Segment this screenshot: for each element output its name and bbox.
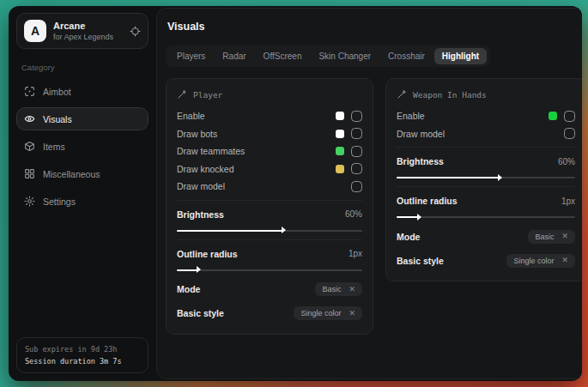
slider-row: Outline radius1px bbox=[177, 245, 362, 263]
slider-track[interactable] bbox=[397, 177, 575, 178]
remove-tag-icon[interactable]: ✕ bbox=[561, 257, 568, 264]
setting-label: Basic style bbox=[397, 256, 444, 266]
setting-label: Enable bbox=[397, 111, 425, 121]
checkbox[interactable] bbox=[351, 111, 362, 122]
tag-label: Single color bbox=[513, 257, 554, 265]
slider-label: Brightness bbox=[397, 156, 444, 166]
color-swatch[interactable] bbox=[336, 130, 344, 138]
wand-icon bbox=[177, 89, 187, 100]
slider-track[interactable] bbox=[177, 230, 362, 232]
toggle-controls bbox=[549, 111, 575, 122]
setting-row-mode: ModeBasic✕ bbox=[177, 279, 362, 300]
color-swatch[interactable] bbox=[336, 147, 344, 155]
tag-basic[interactable]: Basic✕ bbox=[528, 230, 575, 244]
slider-thumb[interactable] bbox=[498, 174, 502, 181]
viewfinder-icon bbox=[24, 86, 35, 97]
slider-value: 60% bbox=[345, 209, 362, 219]
checkbox[interactable] bbox=[351, 146, 362, 157]
setting-row-draw-teammates: Draw teammates bbox=[177, 142, 362, 160]
app-title: Arcane bbox=[53, 21, 123, 31]
tab-radar[interactable]: Radar bbox=[215, 48, 253, 64]
setting-row-basic-style: Basic styleSingle color✕ bbox=[397, 250, 575, 271]
slider-label: Outline radius bbox=[397, 196, 458, 206]
sidebar-item-miscellaneous[interactable]: Miscellaneous bbox=[16, 162, 149, 185]
toggle-controls bbox=[336, 128, 362, 139]
slider-thumb[interactable] bbox=[197, 266, 201, 273]
color-swatch[interactable] bbox=[336, 112, 344, 120]
slider-row: Brightness60% bbox=[177, 206, 362, 223]
setting-row-draw-bots: Draw bots bbox=[177, 125, 362, 143]
sidebar-item-label: Aimbot bbox=[43, 87, 71, 97]
setting-label: Enable bbox=[177, 111, 205, 121]
slider-track[interactable] bbox=[397, 216, 575, 218]
tab-crosshair[interactable]: Crosshair bbox=[380, 48, 433, 64]
tab-players[interactable]: Players bbox=[169, 48, 213, 64]
session-info-card: Sub expires in 9d 23h Session duration 3… bbox=[16, 337, 149, 373]
slider-track[interactable] bbox=[177, 269, 362, 271]
card-weapon-in-hands: Weapon In HandsEnableDraw modelBrightnes… bbox=[385, 78, 582, 281]
tag-basic[interactable]: Basic✕ bbox=[315, 282, 362, 296]
checkbox[interactable] bbox=[351, 181, 362, 192]
eye-icon bbox=[24, 113, 35, 124]
checkbox[interactable] bbox=[564, 111, 575, 122]
checkbox[interactable] bbox=[351, 128, 362, 139]
brand-text: Arcane for Apex Legends bbox=[53, 21, 123, 41]
sidebar-item-items[interactable]: Items bbox=[16, 135, 149, 158]
sidebar-item-settings[interactable]: Settings bbox=[16, 190, 149, 213]
setting-row-draw-model: Draw model bbox=[177, 178, 362, 196]
sidebar-item-visuals[interactable]: Visuals bbox=[16, 107, 149, 130]
remove-tag-icon[interactable]: ✕ bbox=[561, 233, 568, 240]
slider-value: 1px bbox=[561, 197, 575, 206]
cards-container: PlayerEnableDraw botsDraw teammatesDraw … bbox=[166, 78, 582, 335]
tab-highlight[interactable]: Highlight bbox=[434, 48, 487, 64]
setting-row-enable: Enable bbox=[397, 107, 575, 125]
app-window: A Arcane for Apex Legends Category Aimbo… bbox=[9, 6, 582, 381]
slider-section-brightness: Brightness60% bbox=[177, 200, 362, 232]
sidebar-item-aimbot[interactable]: Aimbot bbox=[16, 80, 149, 103]
remove-tag-icon[interactable]: ✕ bbox=[349, 310, 355, 317]
sidebar: A Arcane for Apex Legends Category Aimbo… bbox=[9, 6, 156, 381]
setting-label: Draw teammates bbox=[177, 146, 245, 156]
slider-thumb[interactable] bbox=[282, 227, 286, 233]
tag-single-color[interactable]: Single color✕ bbox=[506, 254, 575, 268]
setting-row-mode: ModeBasic✕ bbox=[397, 226, 575, 247]
tag-single-color[interactable]: Single color✕ bbox=[294, 306, 362, 320]
gear-icon bbox=[24, 196, 35, 207]
setting-label: Mode bbox=[397, 232, 420, 242]
slider-fill bbox=[397, 177, 499, 178]
setting-label: Draw knocked bbox=[177, 164, 234, 174]
tag-label: Basic bbox=[322, 285, 341, 293]
target-icon[interactable] bbox=[130, 26, 141, 37]
tab-skin-changer[interactable]: Skin Changer bbox=[311, 48, 379, 64]
sidebar-item-label: Items bbox=[43, 142, 65, 152]
main-panel: Visuals PlayersRadarOffScreenSkin Change… bbox=[156, 8, 582, 379]
slider-value: 60% bbox=[558, 157, 575, 166]
toggle-controls bbox=[336, 163, 362, 174]
setting-row-draw-model: Draw model bbox=[397, 125, 575, 143]
setting-label: Draw bots bbox=[177, 129, 217, 139]
box-icon bbox=[24, 141, 35, 152]
setting-label: Mode bbox=[177, 284, 200, 294]
slider-fill bbox=[177, 269, 197, 271]
sidebar-item-label: Visuals bbox=[43, 114, 72, 124]
checkbox[interactable] bbox=[351, 163, 362, 174]
remove-tag-icon[interactable]: ✕ bbox=[349, 286, 355, 293]
tag-label: Basic bbox=[535, 233, 554, 241]
slider-fill bbox=[177, 230, 282, 232]
slider-thumb[interactable] bbox=[417, 214, 421, 221]
toggle-controls bbox=[336, 111, 362, 122]
category-label: Category bbox=[21, 63, 143, 72]
tab-offscreen[interactable]: OffScreen bbox=[256, 48, 310, 64]
card-header: Weapon In Hands bbox=[397, 89, 575, 100]
checkbox[interactable] bbox=[564, 128, 575, 139]
color-swatch[interactable] bbox=[549, 112, 557, 120]
color-swatch[interactable] bbox=[336, 165, 344, 173]
sidebar-item-label: Miscellaneous bbox=[43, 169, 100, 179]
brand-card: A Arcane for Apex Legends bbox=[16, 13, 149, 49]
app-subtitle: for Apex Legends bbox=[53, 33, 123, 41]
card-header: Player bbox=[177, 89, 362, 100]
setting-row-basic-style: Basic styleSingle color✕ bbox=[177, 303, 362, 324]
toggle-controls bbox=[336, 146, 362, 157]
sidebar-item-label: Settings bbox=[43, 197, 76, 207]
card-title: Player bbox=[193, 90, 222, 100]
